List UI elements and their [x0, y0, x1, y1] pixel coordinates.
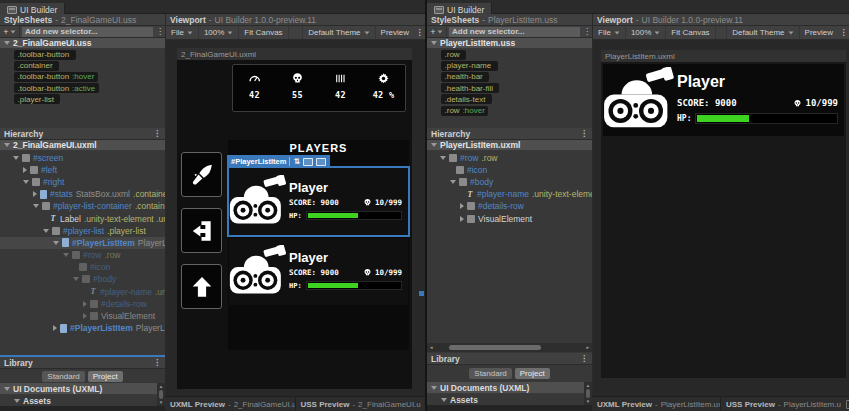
library-section-uidocuments[interactable]: UI Documents (UXML) [0, 383, 165, 395]
scroll-up-icon[interactable]: ▲ [586, 383, 590, 388]
expander-icon[interactable] [4, 387, 10, 391]
uss-selector[interactable]: .player-list [0, 94, 165, 105]
tab-standard[interactable]: Standard [469, 368, 511, 379]
theme-select[interactable]: Default Theme [726, 26, 799, 39]
hierarchy-row[interactable]: #icon [427, 164, 592, 176]
pane-menu-icon[interactable]: ⋮ [580, 354, 588, 363]
scrollbar-thumb[interactable] [586, 389, 590, 398]
uxml-preview-bar[interactable]: UXML Preview - 2_FinalGameUI.uxml ↗ [165, 397, 295, 411]
hierarchy-row[interactable]: TLabel.unity-text-element .unity- [0, 212, 165, 224]
hierarchy-row-selected[interactable]: #PlayerListItemPlayerListItem.u [0, 237, 165, 249]
library-section-assets[interactable]: Assets [427, 394, 592, 405]
hierarchy-row[interactable]: VisualElement [427, 212, 592, 224]
hierarchy-row[interactable]: #statsStatsBox.uxml.container [0, 188, 165, 200]
pane-menu-icon[interactable]: ⋮ [155, 27, 165, 36]
pane-menu-icon[interactable]: ⋮ [580, 129, 588, 138]
expander-icon[interactable] [43, 229, 49, 233]
hierarchy-row[interactable]: #PlayerListItemPlayerListItem.u [0, 322, 165, 334]
hierarchy-row[interactable]: #screen [0, 152, 165, 164]
pane-menu-icon[interactable]: ⋮ [414, 26, 425, 39]
scrollbar-thumb[interactable] [159, 390, 163, 399]
vertical-scrollbar[interactable]: ▲ ▼ [584, 382, 592, 405]
expander-icon[interactable] [440, 156, 446, 160]
add-selector-input[interactable]: Add new selector... [449, 27, 580, 37]
preview-toggle[interactable]: Preview [376, 26, 414, 39]
expander-icon[interactable] [73, 277, 79, 281]
tab-project[interactable]: Project [88, 371, 123, 382]
scroll-left-icon[interactable]: ◄ [429, 345, 433, 350]
preview-toggle[interactable]: Preview [800, 26, 838, 39]
scrollbar-thumb[interactable] [449, 345, 541, 350]
file-menu-button[interactable]: File [166, 26, 199, 39]
expander-icon[interactable] [460, 203, 464, 209]
expander-icon[interactable] [33, 204, 39, 208]
scroll-right-icon[interactable]: ► [586, 345, 590, 350]
vertical-scrollbar[interactable]: ▲ ▼ [157, 383, 165, 406]
canvas-title[interactable]: PlayerListItem.uxml [601, 50, 846, 62]
hierarchy-row[interactable]: #details-row [427, 200, 592, 212]
hierarchy-row[interactable]: T#player-name.unity-text- [0, 286, 165, 298]
fit-canvas-button[interactable]: Fit Canvas [239, 26, 288, 39]
up-arrow-button[interactable] [181, 264, 222, 309]
uss-selector[interactable]: .toolbar-button [0, 49, 165, 60]
expander-icon[interactable] [14, 399, 20, 403]
player-list-item-selected[interactable]: #PlayerListItem ⇅ Player SCORE: 900010/9… [229, 168, 408, 235]
hierarchy-row[interactable]: #body [427, 176, 592, 188]
exit-button[interactable] [181, 208, 222, 253]
pane-menu-icon[interactable]: ⋮ [582, 27, 592, 36]
uss-selector[interactable]: .row [427, 49, 592, 60]
hierarchy-row[interactable]: #body [0, 273, 165, 285]
uxml-preview-bar[interactable]: UXML Preview - PlayerListItem.uxml ↗ [592, 397, 720, 411]
uss-selector[interactable]: .details-text [427, 94, 592, 105]
tab-standard[interactable]: Standard [42, 371, 84, 382]
add-selector-input[interactable]: Add new selector... [22, 27, 153, 37]
expander-icon[interactable] [460, 216, 464, 222]
add-selector-button[interactable]: + [427, 26, 447, 37]
uss-selector[interactable]: .player-name [427, 60, 592, 71]
library-section-assets[interactable]: Assets [0, 395, 165, 406]
expander-icon[interactable] [53, 241, 59, 245]
hierarchy-row[interactable]: #left [0, 164, 165, 176]
uss-selector[interactable]: .row:hover [427, 105, 592, 116]
theme-select[interactable]: Default Theme [302, 26, 375, 39]
expander-icon[interactable] [450, 180, 456, 184]
expander-icon[interactable] [431, 41, 437, 45]
tag-button-icon[interactable] [303, 158, 313, 166]
fit-canvas-button[interactable]: Fit Canvas [666, 26, 715, 39]
zoom-select[interactable]: 100% [199, 26, 239, 39]
pane-menu-icon[interactable]: ⋮ [153, 358, 161, 367]
expander-icon[interactable] [431, 386, 437, 390]
hierarchy-row[interactable]: #right [0, 176, 165, 188]
expander-icon[interactable] [4, 143, 10, 147]
player-list-item[interactable]: Player SCORE: 900010/999 HP: [603, 64, 844, 136]
hierarchy-row[interactable]: T#player-name.unity-text-element .u [427, 188, 592, 200]
player-list-item[interactable]: Player SCORE: 900010/999 HP: [229, 238, 408, 305]
pane-menu-icon[interactable]: ⋮ [838, 26, 849, 39]
hierarchy-row[interactable]: #row.row [427, 152, 592, 164]
selection-tag[interactable]: #PlayerListItem ⇅ [227, 155, 330, 168]
uss-preview-bar[interactable]: USS Preview - PlayerListItem.u ↗ [720, 397, 849, 411]
expander-icon[interactable] [63, 253, 69, 257]
hierarchy-row[interactable]: #details-row [0, 298, 165, 310]
hierarchy-root-row[interactable]: 2_FinalGameUI.uxml [0, 140, 165, 151]
stylesheet-root-row[interactable]: 2_FinalGameUI.uss [0, 38, 165, 49]
uss-preview-bar[interactable]: USS Preview - 2_FinalGameUI.u [295, 397, 426, 411]
fireball-button[interactable] [181, 152, 222, 197]
zoom-select[interactable]: 100% [626, 26, 666, 39]
uss-selector[interactable]: .container [0, 60, 165, 71]
hierarchy-row[interactable]: #icon [0, 261, 165, 273]
uss-selector[interactable]: .health-bar-fill [427, 83, 592, 94]
stylesheet-root-row[interactable]: PlayerListItem.uss [427, 38, 592, 49]
expander-icon[interactable] [23, 167, 27, 173]
pane-menu-icon[interactable]: ⋮ [153, 129, 161, 138]
uss-selector[interactable]: .health-bar [427, 71, 592, 82]
expander-icon[interactable] [4, 41, 10, 45]
hierarchy-row[interactable]: #player-list.player-list [0, 225, 165, 237]
file-menu-button[interactable]: File [593, 26, 626, 39]
uss-selector[interactable]: .toolbar-button:active [0, 83, 165, 94]
uss-selector[interactable]: .toolbar-button:hover [0, 71, 165, 82]
selection-resize-handle[interactable] [419, 291, 424, 296]
expander-icon[interactable] [83, 313, 87, 319]
expander-icon[interactable] [53, 325, 57, 331]
stats-box[interactable]: 42 55 42 42 % [232, 64, 406, 112]
